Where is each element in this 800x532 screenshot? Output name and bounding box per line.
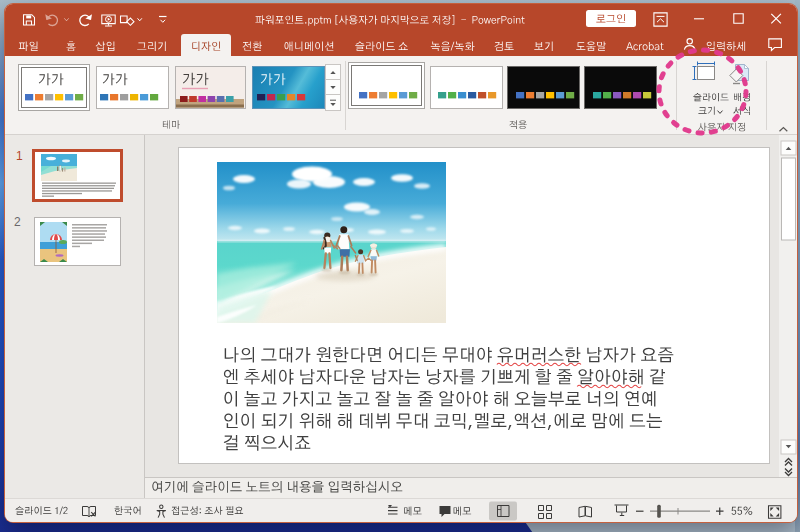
svg-text:2: 2 [14,215,21,229]
svg-text:1: 1 [16,149,23,163]
